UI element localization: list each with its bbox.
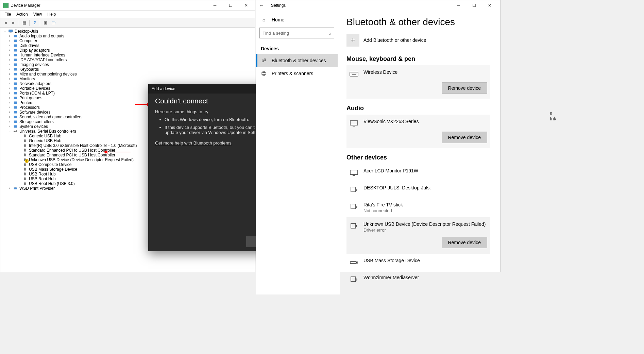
tree-category[interactable]: ›Imaging devices	[0, 62, 255, 67]
expander-icon[interactable]: ⌄	[7, 129, 12, 134]
device-row[interactable]: Unknown USB Device (Device Descriptor Re…	[346, 217, 490, 237]
device-name: Wohnzimmer Mediaserver	[363, 275, 487, 280]
scan-hardware-icon[interactable]: ▣	[41, 19, 49, 27]
devmgr-title: Device Manager	[11, 3, 207, 8]
sidebar-search[interactable]: ⌕	[259, 28, 334, 38]
close-button[interactable]: ✕	[482, 0, 497, 11]
tree-category[interactable]: ›Audio inputs and outputs	[0, 34, 255, 38]
usb-device-icon	[22, 143, 28, 148]
usb-device-icon	[22, 181, 28, 186]
remove-device-button[interactable]: Remove device	[442, 132, 488, 143]
expander-icon[interactable]: ›	[7, 100, 12, 105]
expander-icon[interactable]: ⌄	[2, 29, 7, 34]
close-button[interactable]: ✕	[238, 0, 254, 11]
add-bluetooth-button[interactable]: + Add Bluetooth or other device	[346, 34, 490, 47]
toolbar-separator	[29, 20, 30, 26]
expander-icon[interactable]: ›	[7, 53, 12, 57]
svg-rect-11	[14, 78, 17, 80]
settings-body: ⌂ Home ⌕ Devices Bluetooth & other devic…	[256, 11, 500, 294]
menu-file[interactable]: File	[2, 11, 14, 17]
expander-icon[interactable]: ›	[7, 124, 12, 129]
tree-category[interactable]: ›Disk drives	[0, 43, 255, 48]
remove-device-button[interactable]: Remove device	[442, 237, 488, 248]
device-row[interactable]: Wireless Device	[346, 65, 490, 82]
help-icon[interactable]: ?	[31, 19, 38, 27]
tree-category[interactable]: ›Mice and other pointing devices	[0, 72, 255, 77]
category-icon	[13, 124, 18, 129]
tree-category[interactable]: ›IDE ATA/ATAPI controllers	[0, 57, 255, 62]
menu-action[interactable]: Action	[14, 11, 30, 17]
device-row[interactable]: ViewSonic VX2263 Series	[346, 115, 490, 132]
device-row[interactable]: USB Mass Storage Device	[346, 254, 490, 271]
expander-icon[interactable]: ›	[7, 119, 12, 124]
remove-device-button[interactable]: Remove device	[442, 82, 488, 94]
section-heading-other: Other devices	[346, 154, 490, 161]
device-row[interactable]: Rita's Fire TV stickNot connected	[346, 198, 490, 217]
category-icon	[13, 96, 18, 100]
menu-view[interactable]: View	[31, 11, 45, 17]
monitor-icon[interactable]: 🖵	[50, 19, 57, 27]
expander-icon[interactable]: ›	[7, 186, 12, 191]
svg-rect-0	[9, 30, 13, 32]
sidebar-item-bluetooth[interactable]: Bluetooth & other devices	[256, 54, 338, 67]
expander-icon[interactable]: ›	[7, 43, 12, 48]
expander-icon[interactable]: ›	[7, 57, 12, 62]
expander-icon[interactable]: ›	[7, 48, 12, 53]
expander-icon[interactable]: ›	[7, 77, 12, 81]
settings-main: Bluetooth & other devices + Add Bluetoot…	[340, 11, 500, 294]
sidebar-item-home[interactable]: ⌂ Home	[256, 13, 338, 26]
devmgr-app-icon	[3, 3, 9, 8]
expander-icon[interactable]: ›	[7, 86, 12, 91]
device-group-mouse: Wireless Device Remove device	[346, 65, 490, 99]
svg-rect-71	[351, 223, 356, 228]
minimize-button[interactable]: ─	[451, 0, 466, 11]
expander-icon[interactable]: ›	[7, 62, 12, 67]
sidebar-item-printers[interactable]: Printers & scanners	[256, 67, 338, 80]
category-icon	[13, 53, 18, 57]
expander-icon[interactable]: ›	[7, 34, 12, 38]
device-row[interactable]: Acer LCD Monitor P191W	[346, 164, 490, 181]
expander-icon[interactable]: ›	[7, 96, 12, 100]
svg-rect-67	[350, 170, 358, 174]
device-row[interactable]: Wohnzimmer Mediaserver	[346, 271, 490, 288]
expander-icon[interactable]: ›	[7, 72, 12, 77]
tree-category[interactable]: ›Human Interface Devices	[0, 53, 255, 57]
svg-rect-44	[24, 182, 26, 183]
forward-button[interactable]: ►	[10, 19, 17, 27]
back-button[interactable]: ◄	[2, 19, 9, 27]
tree-category[interactable]: ›Display adaptors	[0, 48, 255, 53]
tree-category[interactable]: ›Keyboards	[0, 67, 255, 72]
expander-icon[interactable]: ›	[7, 110, 12, 115]
minimize-button[interactable]: ─	[207, 0, 223, 11]
svg-rect-37	[24, 168, 26, 171]
menu-help[interactable]: Help	[45, 11, 59, 17]
show-hidden-icon[interactable]: ▦	[20, 19, 28, 27]
expander-icon[interactable]: ›	[7, 38, 12, 43]
tree-category-label: Audio inputs and outputs	[19, 34, 64, 38]
tree-device-label: USB Composite Device	[29, 162, 71, 167]
svg-rect-15	[14, 97, 17, 99]
device-row-actions: Remove device	[346, 237, 490, 254]
expander-icon[interactable]: ›	[7, 105, 12, 110]
maximize-button[interactable]: ☐	[466, 0, 482, 11]
expander-icon[interactable]: ›	[7, 115, 12, 119]
maximize-button[interactable]: ☐	[223, 0, 238, 11]
back-icon[interactable]: ←	[259, 2, 269, 9]
svg-rect-14	[14, 92, 17, 95]
device-name: Wireless Device	[363, 69, 487, 75]
usb-device-icon	[22, 138, 28, 143]
expander-icon[interactable]: ›	[7, 67, 12, 72]
expander-icon[interactable]: ›	[7, 91, 12, 96]
search-input[interactable]	[262, 31, 328, 36]
tree-category[interactable]: ›Monitors	[0, 77, 255, 81]
device-row[interactable]: DESKTOP-JULS: Desktop-Juls:	[346, 181, 490, 198]
expander-icon[interactable]: ›	[7, 81, 12, 86]
tree-category-label: IDE ATA/ATAPI controllers	[19, 57, 67, 62]
svg-rect-41	[24, 178, 26, 180]
settings-sidebar: ⌂ Home ⌕ Devices Bluetooth & other devic…	[256, 11, 340, 294]
tree-root[interactable]: ⌄ Desktop-Juls	[0, 29, 255, 34]
svg-rect-32	[24, 153, 26, 154]
svg-rect-72	[350, 262, 356, 264]
bluetooth-help-link[interactable]: Get more help with Bluetooth problems	[155, 140, 232, 146]
tree-category[interactable]: ›Computer	[0, 38, 255, 43]
